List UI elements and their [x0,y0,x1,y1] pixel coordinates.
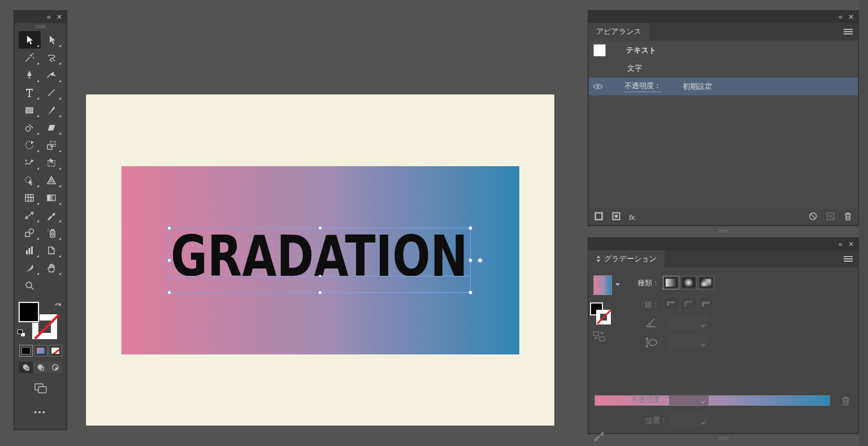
stroke-within-button[interactable] [663,297,679,310]
pen-tool[interactable] [19,66,41,84]
add-stroke-button[interactable] [594,211,604,223]
close-panel-icon[interactable]: ✕ [848,14,854,20]
paint-none-button[interactable] [49,345,62,357]
swap-fill-stroke-icon[interactable] [54,302,63,313]
reverse-gradient-icon[interactable] [593,331,605,344]
screen-mode-button[interactable] [14,382,67,395]
selection-handle-nw[interactable] [167,226,171,230]
baseline-anchor-point[interactable] [319,275,322,278]
stroke-across-button[interactable] [698,297,714,310]
close-panel-icon[interactable]: ✕ [848,241,854,248]
aspect-ratio-select[interactable] [669,335,709,348]
duplicate-item-button[interactable] [826,211,835,223]
point-type-widget[interactable] [478,258,483,263]
panel-collapse-toggle-icon[interactable] [596,256,601,262]
symbol-sprayer-tool[interactable] [41,224,63,241]
stop-opacity-select[interactable] [669,392,709,405]
knife-tool[interactable] [19,259,41,276]
selection-handle-n[interactable] [318,226,322,230]
paint-color-button[interactable] [19,345,33,357]
zoom-tool[interactable] [19,276,41,294]
column-graph-tool[interactable] [19,241,41,259]
paint-gradient-button[interactable] [34,345,47,357]
selection-handle-se[interactable] [468,291,472,295]
free-transform-tool[interactable] [41,154,63,171]
default-colors-icon[interactable] [18,330,25,337]
direct-selection-tool[interactable] [41,31,63,49]
line-segment-tool[interactable] [41,84,63,101]
magic-wand-tool[interactable] [19,49,41,66]
type-radial-button[interactable] [680,276,697,289]
tab-gradient[interactable]: グラデーション [588,250,665,267]
perspective-grid-tool[interactable] [41,171,63,189]
close-panel-icon[interactable]: ✕ [57,14,62,20]
stop-location-select[interactable] [669,413,709,426]
panel-menu-icon[interactable] [844,255,853,263]
shaper-tool[interactable] [19,119,41,136]
appearance-row-text[interactable]: テキスト [589,41,858,59]
type-tool[interactable] [19,84,41,101]
delete-item-button[interactable] [843,211,853,223]
opacity-link[interactable]: 不透明度： [624,81,661,92]
appearance-row-opacity[interactable]: 不透明度： 初期設定 [589,77,858,96]
opacity-label: 不透明度： [617,395,667,405]
draw-behind-button[interactable] [33,362,47,373]
gradient-angle-select[interactable] [669,316,709,329]
add-fill-button[interactable] [611,211,621,223]
hand-tool[interactable] [41,259,63,276]
visibility-eye-icon[interactable] [593,83,603,90]
collapse-panel-icon[interactable]: « [839,241,843,248]
paintbrush-tool[interactable] [41,101,63,119]
gradient-eyedropper-icon[interactable] [593,427,606,444]
collapse-panel-icon[interactable]: « [47,14,51,20]
panel-drag-gripper[interactable] [14,23,67,30]
scale-tool[interactable] [41,136,63,154]
tab-appearance[interactable]: アピアランス [588,23,649,40]
rectangle-tool[interactable] [19,101,41,119]
mesh-tool[interactable] [19,189,41,206]
selection-handle-sw[interactable] [167,291,171,295]
artboard-tool[interactable] [41,241,63,259]
delete-stop-button[interactable] [840,395,851,408]
rotate-tool[interactable] [19,136,41,154]
collapse-panel-icon[interactable]: « [839,14,843,20]
fill-color-chip[interactable] [19,302,39,322]
appearance-row-characters[interactable]: 文字 [589,59,858,77]
puppet-warp-tool[interactable] [19,154,41,171]
fill-stroke-controls [19,302,63,339]
panel-menu-icon[interactable] [844,28,853,36]
add-effect-button[interactable]: fx. [629,213,637,222]
draw-normal-button[interactable] [19,362,33,373]
draw-inside-button[interactable] [48,362,62,373]
gradient-icon [46,192,57,203]
type-freeform-button[interactable] [698,276,714,289]
lasso-tool[interactable] [41,49,63,66]
text-color-swatch[interactable] [593,44,606,57]
selection-handle-ne[interactable] [468,226,472,230]
new-fill-icon [611,211,621,221]
selection-handle-s[interactable] [318,291,322,295]
type-linear-button[interactable] [663,276,679,289]
eyedropper-tool[interactable] [41,206,63,224]
opacity-value-link[interactable]: 初期設定 [683,81,712,92]
selection-handle-e[interactable] [468,258,472,262]
panel-resize-gripper[interactable] [588,228,858,235]
selection-icon [24,34,35,46]
gradient-type-buttons [663,276,714,289]
width-tool[interactable] [19,206,41,224]
curvature-tool[interactable] [41,66,63,84]
panel-resize-gripper[interactable] [588,435,858,441]
selection-bounding-box[interactable] [169,228,471,293]
column-graph-icon [24,245,35,256]
stroke-along-button[interactable] [680,297,697,310]
clear-appearance-button[interactable] [808,211,818,223]
gradient-stroke-chip[interactable] [596,310,611,324]
gradient-fill-swatch[interactable] [593,275,612,295]
selection-tool[interactable] [19,31,41,49]
blend-tool[interactable] [19,224,41,241]
gradient-tool[interactable] [41,189,63,206]
selection-handle-w[interactable] [167,258,171,262]
eraser-tool[interactable] [41,119,63,136]
edit-toolbar-button[interactable]: ••• [14,408,67,417]
shape-builder-tool[interactable] [19,171,41,189]
